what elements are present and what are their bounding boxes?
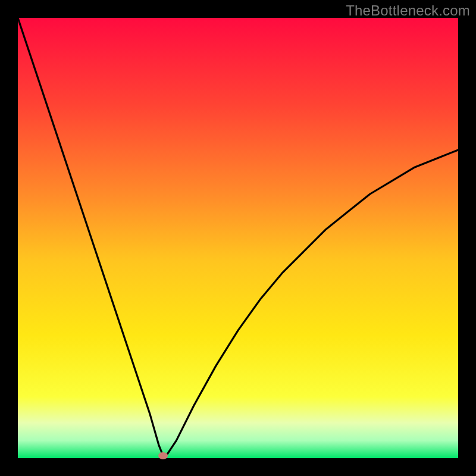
watermark-label: TheBottleneck.com: [346, 2, 470, 19]
chart-area: [18, 18, 458, 458]
optimal-marker-dot: [158, 452, 168, 459]
bottleneck-curve: [18, 18, 458, 458]
